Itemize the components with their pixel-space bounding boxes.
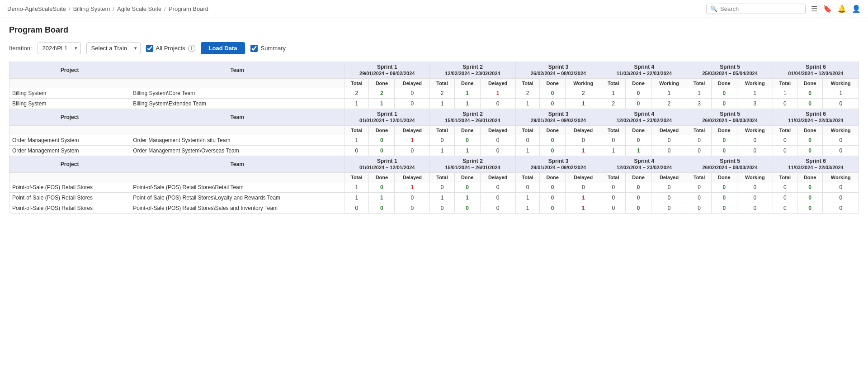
search-box[interactable]: 🔍: [706, 4, 806, 14]
t2-sh-team: [130, 126, 344, 135]
t2-r1-s1-done: 0: [369, 135, 395, 146]
t2-r2-s4-total: 1: [601, 146, 626, 156]
t1-r2-s4-total: 2: [601, 99, 626, 109]
t1-r2-team: Billing System\Extended Team: [130, 99, 344, 109]
t2-s4-delayed: Delayed: [651, 126, 687, 135]
t1-r2-project: Billing System: [9, 99, 130, 109]
table3-header-row: Project Team Sprint 101/01/2024 – 12/01/…: [9, 156, 859, 173]
train-select[interactable]: Select a Train: [86, 42, 141, 54]
load-data-button[interactable]: Load Data: [201, 42, 245, 54]
t1-project-header: Project: [9, 62, 130, 79]
t3-r3-s6-working: 0: [823, 203, 859, 214]
t2-sprint1-header: Sprint 101/01/2024 – 12/01/2024: [344, 109, 430, 126]
t3-r1-s5-total: 0: [687, 182, 712, 193]
t1-r2-s2-total: 1: [430, 99, 454, 109]
table1-header-row: Project Team Sprint 129/01/2024 – 09/02/…: [9, 62, 859, 79]
t2-s3-done: Done: [540, 126, 566, 135]
user-icon[interactable]: 👤: [852, 5, 861, 13]
t2-s6-done: Done: [797, 126, 823, 135]
t2-s2-done: Done: [454, 126, 480, 135]
t3-r1-s3-total: 0: [515, 182, 540, 193]
t3-r2-team: Point-of-Sale (POS) Retail Stores\Loyalt…: [130, 193, 344, 203]
t3-r1-s2-done: 0: [454, 182, 480, 193]
t3-r1-s2-total: 0: [430, 182, 454, 193]
t2-r2-s2-total: 1: [430, 146, 454, 156]
t3-sprint6-header: Sprint 611/03/2024 – 22/03/2024: [773, 156, 859, 173]
t3-r2-s1-total: 1: [344, 193, 369, 203]
t3-r2-s1-delayed: 0: [395, 193, 430, 203]
info-icon[interactable]: i: [188, 45, 195, 52]
t3-r1-s4-total: 0: [601, 182, 626, 193]
t1-s5-working: Working: [737, 79, 773, 88]
t3-s5-total: Total: [687, 173, 712, 182]
alert-icon[interactable]: 🔔: [837, 5, 846, 13]
t3-r2-s3-delayed: 1: [566, 193, 601, 203]
t3-s2-done: Done: [454, 173, 480, 182]
summary-checkbox[interactable]: [250, 45, 258, 52]
t3-sprint3-header: Sprint 329/01/2024 – 09/02/2024: [515, 156, 601, 173]
t2-sprint3-header: Sprint 329/01/2024 – 09/02/2024: [515, 109, 601, 126]
t3-sh-team: [130, 173, 344, 182]
t3-team-header: Team: [130, 156, 344, 173]
t1-r2-s2-done: 1: [454, 99, 480, 109]
t1-sprint4-header: Sprint 411/03/2024 – 22/03/2024: [601, 62, 687, 79]
train-select-wrapper[interactable]: Select a Train: [86, 42, 141, 54]
t2-sprint6-header: Sprint 611/03/2024 – 22/03/2024: [773, 109, 859, 126]
t3-r1-s1-total: 1: [344, 182, 369, 193]
iteration-select-wrapper[interactable]: 2024\PI 1: [38, 42, 81, 54]
breadcrumb-sep-3: /: [164, 5, 166, 12]
t2-r1-s5-working: 0: [737, 135, 773, 146]
t3-s6-working: Working: [823, 173, 859, 182]
t1-r1-s3-working: 2: [566, 88, 601, 99]
t2-s6-total: Total: [773, 126, 797, 135]
t1-r2-s2-delayed: 0: [480, 99, 515, 109]
t2-s4-done: Done: [626, 126, 651, 135]
t2-r2-team: Order Management System\Overseas Team: [130, 146, 344, 156]
t3-s1-delayed: Delayed: [395, 173, 430, 182]
all-projects-wrapper: All Projects i: [146, 45, 195, 52]
t2-s1-total: Total: [344, 126, 369, 135]
t3-r3-team: Point-of-Sale (POS) Retail Stores\Sales …: [130, 203, 344, 214]
t1-s3-total: Total: [515, 79, 540, 88]
t1-r2-s1-total: 1: [344, 99, 369, 109]
breadcrumb-item-1[interactable]: Demo-AgileScaleSuite: [7, 5, 66, 12]
t2-r1-s2-delayed: 0: [480, 135, 515, 146]
t1-r2-s4-done: 0: [626, 99, 651, 109]
list-icon[interactable]: ☰: [811, 5, 817, 13]
t1-r1-s5-total: 1: [687, 88, 712, 99]
t2-r1-s3-delayed: 0: [566, 135, 601, 146]
all-projects-checkbox[interactable]: [146, 45, 153, 52]
t2-r2-s3-done: 0: [540, 146, 566, 156]
search-input[interactable]: [720, 5, 802, 12]
table2-subheader-row: TotalDoneDelayed TotalDoneDelayed TotalD…: [9, 126, 859, 135]
breadcrumb-item-3[interactable]: Agile Scale Suite: [117, 5, 161, 12]
t3-r2-s5-working: 0: [737, 193, 773, 203]
t1-sprint3-header: Sprint 326/02/2024 – 08/03/2024: [515, 62, 601, 79]
iteration-select[interactable]: 2024\PI 1: [38, 42, 81, 54]
t2-r2-s1-total: 0: [344, 146, 369, 156]
t1-sh-project: [9, 79, 130, 88]
t1-r1-s6-total: 1: [773, 88, 797, 99]
t3-r3-s3-delayed: 1: [566, 203, 601, 214]
t2-r2-s2-delayed: 0: [480, 146, 515, 156]
t2-r1-s4-done: 0: [626, 135, 651, 146]
t3-r2-s2-delayed: 0: [480, 193, 515, 203]
bookmark-icon[interactable]: 🔖: [823, 5, 832, 13]
t3-r3-project: Point-of-Sale (POS) Retail Stores: [9, 203, 130, 214]
t1-r1-s2-total: 2: [430, 88, 454, 99]
t3-r3-s2-delayed: 0: [480, 203, 515, 214]
t3-r1-s3-done: 0: [540, 182, 566, 193]
breadcrumb-sep-2: /: [113, 5, 114, 12]
t2-r2-s4-done: 1: [626, 146, 651, 156]
t2-r2-s2-done: 1: [454, 146, 480, 156]
t1-r1-s4-working: 1: [651, 88, 687, 99]
breadcrumb-item-2[interactable]: Billing System: [73, 5, 110, 12]
t3-r1-project: Point-of-Sale (POS) Retail Stores: [9, 182, 130, 193]
t3-r3-s5-done: 0: [712, 203, 737, 214]
t1-s1-delayed: Delayed: [395, 79, 430, 88]
t3-sh-project: [9, 173, 130, 182]
t2-s4-total: Total: [601, 126, 626, 135]
t1-sh-team: [130, 79, 344, 88]
t2-project-header: Project: [9, 109, 130, 126]
t3-r1-s6-total: 0: [773, 182, 797, 193]
